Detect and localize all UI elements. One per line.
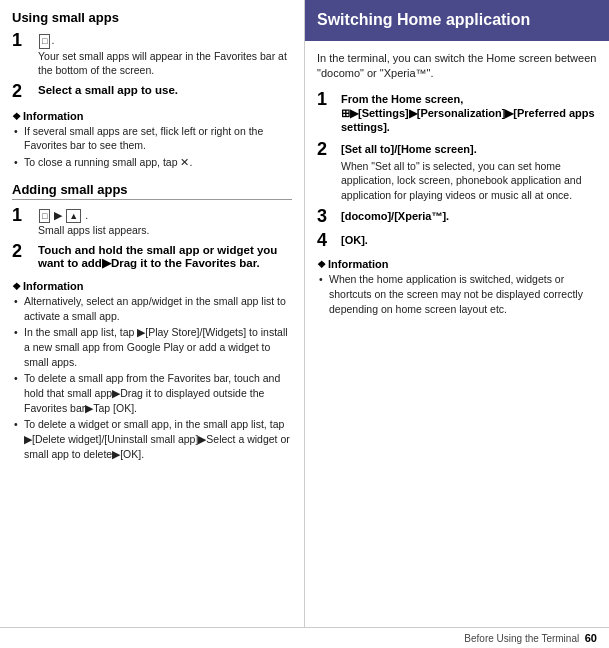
- right-step1-row: 1 From the Home screen, ⊞▶︎[Settings]▶︎[…: [317, 90, 597, 137]
- step3-content: □ ▶ ▲ . Small apps list appears.: [38, 206, 292, 238]
- right-step1-content: From the Home screen, ⊞▶︎[Settings]▶︎[Pe…: [341, 90, 597, 137]
- step1-content: □. Your set small apps will appear in th…: [38, 31, 292, 78]
- right-info-item1: When the home application is switched, w…: [319, 272, 597, 316]
- step1-desc: Your set small apps will appear in the F…: [38, 49, 292, 78]
- step3-number: 1: [12, 206, 32, 226]
- right-step3-num: 3: [317, 207, 335, 227]
- right-step4-num: 4: [317, 231, 335, 251]
- step2-label: Select a small app to use.: [38, 84, 292, 96]
- up-arrow-icon: ▲: [66, 209, 81, 224]
- right-step3-label: [docomo]/[Xperia™].: [341, 209, 597, 223]
- step2-row: 2 Select a small app to use.: [12, 82, 292, 102]
- right-step1-label: From the Home screen, ⊞▶︎[Settings]▶︎[Pe…: [341, 92, 597, 135]
- right-header: Switching Home application: [305, 0, 609, 41]
- step3-arrow1: ▶: [54, 209, 62, 221]
- info2-item2: In the small app list, tap ▶︎[Play Store…: [14, 325, 292, 369]
- right-step2-row: 2 [Set all to]/[Home screen]. When "Set …: [317, 140, 597, 202]
- small-app-icon: □: [39, 34, 50, 49]
- step4-label: Touch and hold the small app or widget y…: [38, 244, 292, 270]
- right-info-block: Information When the home application is…: [317, 256, 597, 320]
- left-panel: Using small apps 1 □. Your set small app…: [0, 0, 305, 627]
- right-intro: In the terminal, you can switch the Home…: [317, 51, 597, 82]
- step4-number: 2: [12, 242, 32, 262]
- step3-row: 1 □ ▶ ▲ . Small apps list appears.: [12, 206, 292, 238]
- step3-icon-row: □ ▶ ▲ .: [38, 208, 292, 224]
- info2-item1: Alternatively, select an app/widget in t…: [14, 294, 292, 323]
- step2-content: Select a small app to use.: [38, 82, 292, 98]
- right-step1-num: 1: [317, 90, 335, 110]
- info2-block: Information Alternatively, select an app…: [12, 278, 292, 466]
- step3-period: .: [85, 209, 88, 221]
- step3-desc: Small apps list appears.: [38, 223, 292, 238]
- info2-title: Information: [12, 280, 292, 292]
- right-panel: Switching Home application In the termin…: [305, 0, 609, 627]
- step1-row: 1 □. Your set small apps will appear in …: [12, 31, 292, 78]
- right-step2-label: [Set all to]/[Home screen].: [341, 142, 597, 156]
- info1-item1: If several small apps are set, flick lef…: [14, 124, 292, 153]
- step2-number: 2: [12, 82, 32, 102]
- right-step2-desc: When "Set all to" is selected, you can s…: [341, 159, 597, 203]
- right-step4-label: [OK].: [341, 233, 597, 247]
- step1-period: .: [51, 34, 54, 46]
- right-info-list: When the home application is switched, w…: [317, 272, 597, 316]
- step4-content: Touch and hold the small app or widget y…: [38, 242, 292, 272]
- add-icon: □: [39, 209, 50, 224]
- info1-block: Information If several small apps are se…: [12, 108, 292, 174]
- step4-row: 2 Touch and hold the small app or widget…: [12, 242, 292, 272]
- footer: Before Using the Terminal 60: [0, 627, 609, 648]
- footer-page: 60: [585, 632, 597, 644]
- right-step3-row: 3 [docomo]/[Xperia™].: [317, 207, 597, 227]
- step1-number: 1: [12, 31, 32, 51]
- right-step4-row: 4 [OK].: [317, 231, 597, 251]
- section2-title: Adding small apps: [12, 182, 292, 200]
- step1-icon-row: □.: [38, 33, 292, 49]
- right-info-title: Information: [317, 258, 597, 270]
- right-step4-content: [OK].: [341, 231, 597, 249]
- info2-list: Alternatively, select an app/widget in t…: [12, 294, 292, 462]
- info2-item3: To delete a small app from the Favorites…: [14, 371, 292, 415]
- footer-text: Before Using the Terminal: [464, 633, 579, 644]
- right-step2-num: 2: [317, 140, 335, 160]
- right-step2-content: [Set all to]/[Home screen]. When "Set al…: [341, 140, 597, 202]
- section1-title: Using small apps: [12, 10, 292, 25]
- info1-title: Information: [12, 110, 292, 122]
- info2-item4: To delete a widget or small app, in the …: [14, 417, 292, 461]
- right-step3-content: [docomo]/[Xperia™].: [341, 207, 597, 225]
- info1-item2: To close a running small app, tap ✕.: [14, 155, 292, 170]
- info1-list: If several small apps are set, flick lef…: [12, 124, 292, 170]
